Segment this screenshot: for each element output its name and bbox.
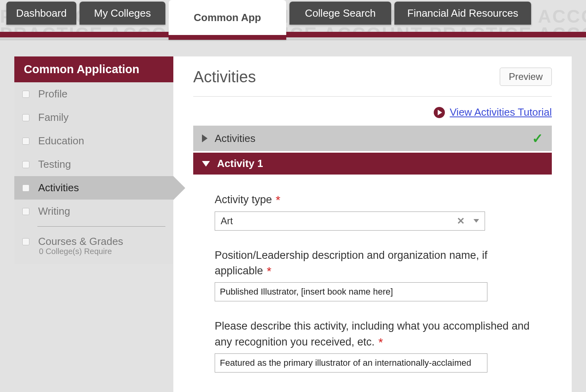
view-tutorial-link[interactable]: View Activities Tutorial	[450, 106, 552, 118]
activity-type-select[interactable]: Art ✕	[215, 212, 485, 231]
checkbox-icon	[22, 238, 29, 245]
sidebar-item-education[interactable]: Education	[14, 129, 173, 153]
check-icon: ✓	[532, 130, 543, 146]
sidebar-title: Common Application	[14, 56, 173, 82]
checkbox-icon	[22, 208, 29, 215]
sidebar-item-courses-grades[interactable]: Courses & Grades	[14, 230, 173, 249]
label-text: Position/Leadership description and orga…	[215, 249, 487, 277]
tab-dashboard[interactable]: Dashboard	[6, 2, 76, 25]
required-asterisk: *	[378, 336, 383, 349]
label-text: Activity type	[215, 194, 272, 206]
sidebar-item-activities[interactable]: Activities	[14, 176, 173, 200]
activity-form: Activity type * Art ✕ Position/Leadershi…	[193, 175, 552, 373]
sidebar-item-label: Courses & Grades	[38, 235, 123, 248]
checkbox-icon	[22, 114, 29, 121]
checkbox-icon	[22, 138, 29, 145]
section-label: Activity 1	[217, 157, 263, 170]
position-label: Position/Leadership description and orga…	[215, 248, 530, 279]
chevron-down-icon[interactable]	[473, 219, 479, 223]
position-input[interactable]	[215, 282, 487, 301]
tab-financial-aid[interactable]: Financial Aid Resources	[394, 2, 531, 25]
preview-button[interactable]: Preview	[500, 68, 552, 86]
sidebar-item-label: Writing	[38, 205, 70, 217]
content-header: Activities Preview	[193, 68, 552, 97]
page-body: Common Application Profile Family Educat…	[14, 56, 572, 392]
tab-college-search[interactable]: College Search	[289, 2, 391, 25]
checkbox-icon	[22, 184, 29, 192]
checkbox-icon	[22, 161, 29, 168]
chevron-right-icon	[202, 134, 208, 142]
sidebar-item-label: Activities	[38, 182, 79, 194]
page-title: Activities	[193, 68, 256, 86]
header-divider	[0, 37, 586, 40]
checkbox-icon	[22, 91, 29, 98]
play-icon	[434, 107, 445, 118]
section-label: Activities	[215, 132, 256, 145]
tab-my-colleges[interactable]: My Colleges	[80, 2, 165, 25]
activity-type-label: Activity type *	[215, 191, 530, 208]
clear-icon[interactable]: ✕	[457, 215, 465, 227]
describe-label: Please describe this activity, including…	[215, 319, 530, 349]
section-activities-header[interactable]: Activities ✓	[193, 126, 552, 151]
select-value: Art	[221, 215, 233, 227]
sidebar-item-family[interactable]: Family	[14, 106, 173, 129]
chevron-down-icon	[202, 161, 210, 167]
sidebar-item-label: Family	[38, 111, 69, 124]
top-tab-bar: Dashboard My Colleges Common App College…	[0, 0, 586, 36]
sidebar-item-label: Testing	[38, 158, 71, 171]
sidebar-item-label: Profile	[38, 88, 68, 100]
tutorial-link-row: View Activities Tutorial	[193, 106, 552, 118]
required-asterisk: *	[267, 264, 272, 278]
sidebar-item-profile[interactable]: Profile	[14, 82, 173, 106]
sidebar-item-writing[interactable]: Writing	[14, 200, 173, 223]
sidebar: Common Application Profile Family Educat…	[14, 56, 173, 264]
describe-input[interactable]	[215, 353, 487, 373]
sidebar-divider	[37, 226, 165, 227]
label-text: Please describe this activity, including…	[215, 320, 530, 347]
sidebar-item-testing[interactable]: Testing	[14, 153, 173, 176]
content-panel: Activities Preview View Activities Tutor…	[173, 56, 572, 392]
sidebar-courses-subtext: 0 College(s) Require	[14, 247, 173, 264]
sidebar-item-label: Education	[38, 135, 84, 147]
required-asterisk: *	[276, 193, 281, 206]
tab-common-app[interactable]: Common App	[169, 0, 286, 40]
section-activity-1-header[interactable]: Activity 1	[193, 153, 552, 175]
